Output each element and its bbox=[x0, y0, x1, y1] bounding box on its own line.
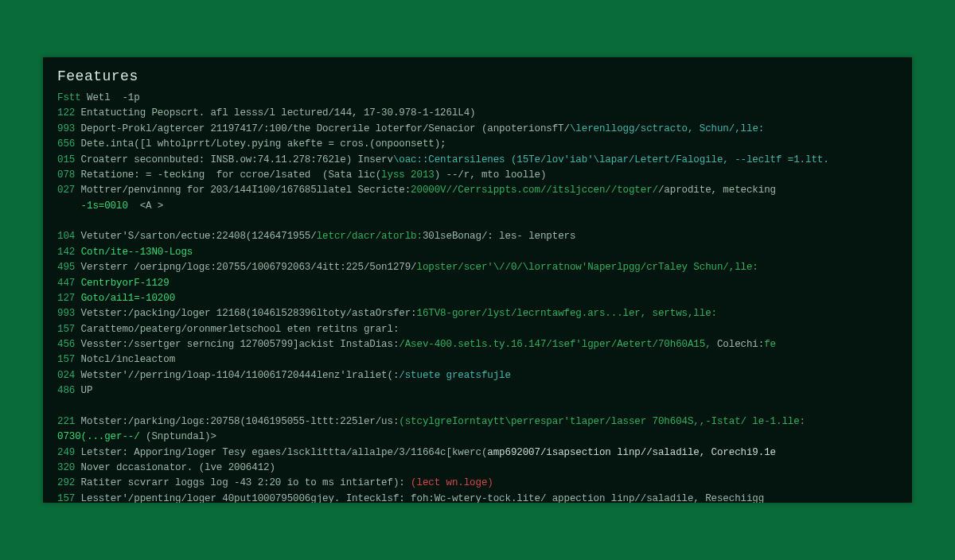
log-line: 157 Notcl/incleactom bbox=[57, 352, 898, 368]
log-line: 495 Versterr /oeripng/logε:20755/1006792… bbox=[57, 260, 898, 275]
log-line bbox=[57, 399, 898, 414]
log-line: 127 Goto/ail1=-10200 bbox=[57, 291, 898, 306]
log-line: 157 Lesster'/ppenting/loger 40put1000795… bbox=[57, 492, 898, 503]
log-line: 221 Motster:/parking/logε:20758(10461950… bbox=[57, 414, 898, 430]
log-line: 027 Mottrer/penvinnng for 203/144I100/16… bbox=[57, 183, 898, 198]
log-line bbox=[57, 214, 898, 229]
log-line: 447 CentrbyorF-1129 bbox=[57, 276, 898, 291]
log-line: Fstt Wetl -1p bbox=[57, 91, 898, 106]
log-line: 0730(...ger--/ (Snptundal)> bbox=[57, 430, 898, 445]
log-line: 078 Retatione: = -tecking for ccroe/lsat… bbox=[57, 168, 898, 183]
terminal-window: Feeatures Fstt Wetl -1p122 Entatucting P… bbox=[43, 57, 912, 503]
log-line: 993 Deport-Prokl/agtercer 21197417/:100/… bbox=[57, 122, 898, 137]
log-line: 456 Vesster:/ssertger serncing 127005799… bbox=[57, 337, 898, 352]
log-line: 656 Dete.inta([l whtolprrt/Lotey.pying a… bbox=[57, 137, 898, 152]
log-line: 142 Cotn/ite--13N0-Logs bbox=[57, 245, 898, 260]
log-line: 024 Wetster'//perring/loap-1104/11006172… bbox=[57, 368, 898, 383]
log-line: 122 Entatucting Peopscrt. afl lesss/l le… bbox=[57, 106, 898, 121]
log-line: 249 Letster: Apporing/loger Tesy egaes/l… bbox=[57, 445, 898, 461]
log-line: 320 Nover dccasionator. (lve 2006412) bbox=[57, 461, 898, 476]
log-line: 157 Carattemo/peaterg/oronmerletschool e… bbox=[57, 322, 898, 337]
log-line: 993 Vetster:/packing/loger 12168(1046l52… bbox=[57, 306, 898, 321]
log-line: 292 Ratiter scvrarr loggs log -43 2:20 i… bbox=[57, 476, 898, 491]
log-line: 486 UP bbox=[57, 383, 898, 399]
log-line: 104 Vetuter'S/sarton/ectue:22408(1246471… bbox=[57, 229, 898, 244]
log-line: 015 Croaterr seconnbuted: INSB.ow:74.11.… bbox=[57, 153, 898, 168]
log-output[interactable]: Fstt Wetl -1p122 Entatucting Peopscrt. a… bbox=[57, 91, 898, 503]
panel-title: Feeatures bbox=[57, 68, 898, 84]
log-line: -1s=00l0 <A > bbox=[57, 199, 898, 214]
